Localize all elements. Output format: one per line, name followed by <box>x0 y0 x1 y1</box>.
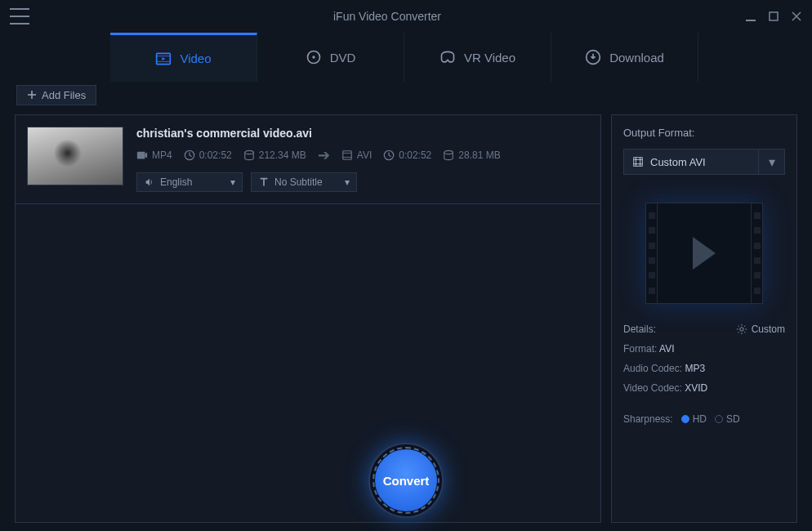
svg-rect-0 <box>746 20 756 21</box>
tab-label: VR Video <box>464 51 515 65</box>
menu-button[interactable] <box>10 8 29 25</box>
thumbnail[interactable] <box>27 127 123 185</box>
svg-rect-6 <box>137 152 145 159</box>
svg-point-11 <box>444 150 453 154</box>
speaker-icon <box>144 176 155 188</box>
svg-rect-1 <box>770 12 778 20</box>
src-format: MP4 <box>136 149 172 161</box>
sharpness-sd-radio[interactable]: SD <box>715 413 740 425</box>
play-icon <box>693 237 716 270</box>
output-panel: Output Format: Custom AVI ▾ Details: Cus… <box>611 114 797 523</box>
film-icon <box>632 156 644 167</box>
convert-button[interactable]: Convert <box>370 444 442 516</box>
chevron-down-icon: ▾ <box>758 149 784 174</box>
minimize-button[interactable] <box>745 11 756 22</box>
custom-settings-button[interactable]: Custom <box>736 324 785 335</box>
detail-format: Format: AVI <box>623 343 785 355</box>
tab-label: Video <box>180 51 211 65</box>
add-files-label: Add Files <box>42 89 86 101</box>
preview-player[interactable] <box>645 203 763 304</box>
detail-video-codec: Video Codec: XVID <box>623 382 785 394</box>
tab-label: DVD <box>330 51 356 65</box>
arrow-right-icon: ➔ <box>318 146 330 164</box>
text-icon <box>258 176 270 188</box>
sharpness-label: Sharpness: <box>623 413 673 425</box>
close-button[interactable] <box>791 11 802 22</box>
src-size: 212.34 MB <box>243 149 306 161</box>
sharpness-hd-radio[interactable]: HD <box>681 413 707 425</box>
svg-rect-9 <box>343 151 352 160</box>
download-icon <box>585 49 601 65</box>
subtitle-select[interactable]: No Subtitle ▾ <box>251 172 357 192</box>
src-duration: 0:02:52 <box>184 149 232 161</box>
dvd-icon <box>306 49 322 65</box>
tab-label: Download <box>609 51 664 65</box>
convert-label: Convert <box>383 474 430 488</box>
file-list: christian's commercial video.avi MP4 0:0… <box>15 114 601 523</box>
file-name: christian's commercial video.avi <box>136 127 589 140</box>
tab-dvd[interactable]: DVD <box>257 33 404 82</box>
tab-video[interactable]: Video <box>110 33 257 82</box>
dst-format: AVI <box>341 149 372 161</box>
dst-size: 28.81 MB <box>443 149 500 161</box>
svg-point-4 <box>312 56 315 58</box>
output-format-select[interactable]: Custom AVI ▾ <box>623 149 785 175</box>
chevron-down-icon: ▾ <box>230 176 235 188</box>
window-title: iFun Video Converter <box>29 10 745 23</box>
dst-duration: 0:02:52 <box>383 149 431 161</box>
plus-icon <box>27 90 37 100</box>
svg-point-8 <box>244 150 253 154</box>
details-label: Details: <box>623 324 656 335</box>
detail-audio-codec: Audio Codec: MP3 <box>623 363 785 374</box>
video-icon <box>155 51 172 67</box>
chevron-down-icon: ▾ <box>345 176 350 188</box>
tab-download[interactable]: Download <box>551 33 698 82</box>
file-row[interactable]: christian's commercial video.avi MP4 0:0… <box>16 115 600 204</box>
svg-point-13 <box>739 328 743 331</box>
vr-icon <box>439 49 456 65</box>
svg-rect-12 <box>634 158 643 167</box>
gear-icon <box>736 324 747 335</box>
output-format-label: Output Format: <box>623 127 785 139</box>
audio-track-select[interactable]: English ▾ <box>136 172 243 192</box>
add-files-button[interactable]: Add Files <box>16 85 96 105</box>
tab-vr[interactable]: VR Video <box>404 33 551 82</box>
maximize-button[interactable] <box>768 11 779 22</box>
